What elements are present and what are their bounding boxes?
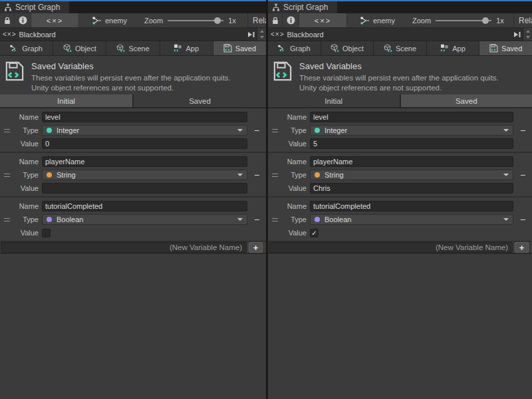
info-button[interactable] [283, 13, 299, 27]
relations-button[interactable]: Rela [513, 13, 532, 27]
graph-breadcrumb[interactable]: enemy [360, 17, 395, 25]
tab-initial[interactable]: Initial [268, 94, 401, 107]
variable-value-input[interactable] [310, 138, 513, 149]
script-graph-icon [272, 3, 280, 11]
tab-object[interactable]: Object [321, 41, 374, 55]
tab-scene[interactable]: Scene [374, 41, 427, 55]
drag-handle[interactable] [0, 174, 13, 177]
scroll-up-button[interactable] [257, 28, 266, 35]
blackboard-empty-area [268, 254, 532, 399]
variable-value-checkbox[interactable] [310, 229, 319, 237]
remove-variable-button[interactable]: − [247, 125, 266, 136]
value-state-tabs: Initial Saved [268, 94, 532, 108]
dock-button[interactable] [511, 28, 523, 41]
scroll-down-button[interactable] [257, 35, 266, 41]
tab-object[interactable]: Object [53, 41, 106, 55]
tab-app[interactable]: App [160, 41, 213, 55]
zoom-slider[interactable] [168, 20, 223, 21]
tab-saved[interactable]: Saved [479, 41, 532, 55]
tab-saved[interactable]: Saved [213, 41, 266, 55]
info-button[interactable] [15, 13, 31, 27]
graph-breadcrumb[interactable]: enemy [92, 17, 127, 25]
tab-label: Initial [325, 97, 342, 105]
remove-variable-button[interactable]: − [513, 170, 532, 180]
value-label: Value [13, 140, 39, 148]
type-label: Type [13, 126, 39, 134]
drag-handle[interactable] [268, 218, 281, 221]
name-row: Name [268, 111, 532, 123]
new-variable-name-input[interactable] [269, 242, 513, 253]
variable-name-input[interactable] [42, 201, 247, 211]
remove-variable-button[interactable]: − [513, 214, 532, 225]
tab-app[interactable]: App [427, 41, 480, 55]
name-label: Name [13, 202, 39, 210]
plus-icon: + [519, 243, 525, 253]
tab-initial[interactable]: Initial [0, 94, 134, 107]
scroll-down-button[interactable] [523, 35, 532, 41]
remove-variable-button[interactable]: − [513, 125, 532, 136]
type-dropdown[interactable]: Integer [42, 125, 247, 136]
new-variable-name-input[interactable] [1, 242, 247, 253]
zoom-slider-thumb[interactable] [482, 17, 489, 24]
drag-handle[interactable] [268, 129, 281, 132]
tab-label: Object [75, 45, 96, 53]
chevron-down-icon [503, 129, 509, 132]
relations-button[interactable]: Rela [247, 13, 266, 27]
drag-handle[interactable] [0, 218, 13, 221]
remove-variable-button[interactable]: − [247, 214, 266, 225]
variables-toggle-button[interactable]: <×> [31, 13, 79, 27]
variable-value-input[interactable] [42, 183, 247, 194]
lock-button[interactable] [268, 13, 283, 27]
saved-variables-icon [5, 61, 24, 92]
variable-name-input[interactable] [310, 156, 513, 167]
tab-saved-values[interactable]: Saved [401, 94, 532, 107]
tab-saved-values[interactable]: Saved [134, 94, 266, 107]
tab-label: Graph [290, 45, 311, 53]
variable-value-input[interactable] [310, 183, 513, 194]
script-graph-panel: Script Graph <×> enemy [0, 0, 266, 399]
tab-label: Object [342, 45, 364, 53]
tab-script-graph[interactable]: Script Graph [268, 1, 337, 13]
type-label: Type [281, 171, 307, 179]
type-value: Integer [57, 126, 79, 134]
type-dropdown[interactable]: String [42, 170, 247, 180]
dock-button[interactable] [245, 28, 257, 41]
add-variable-button[interactable]: + [249, 242, 263, 253]
zoom-slider-thumb[interactable] [214, 17, 221, 24]
type-dropdown[interactable]: Boolean [42, 214, 247, 225]
zoom-slider[interactable] [436, 20, 491, 21]
variable-value-checkbox[interactable] [42, 229, 51, 237]
drag-handle[interactable] [0, 129, 13, 132]
variable-card-tutorialcompleted: Name Type Boolean − Value [268, 198, 532, 242]
variable-name-input[interactable] [42, 112, 247, 122]
info-icon [287, 16, 295, 25]
lock-icon [4, 17, 11, 25]
variable-name-input[interactable] [42, 156, 247, 167]
drag-handle[interactable] [268, 174, 281, 177]
minus-icon: − [520, 170, 525, 180]
zoom-label: Zoom [412, 17, 431, 25]
variable-value-input[interactable] [42, 138, 247, 149]
scroll-up-button[interactable] [523, 28, 532, 35]
tab-graph[interactable]: Graph [0, 41, 53, 55]
dock-icon [513, 31, 521, 38]
tab-graph[interactable]: Graph [268, 41, 321, 55]
saved-tab-icon [223, 44, 232, 53]
add-variable-button[interactable]: + [515, 242, 529, 253]
variables-toggle-button[interactable]: <×> [299, 13, 347, 27]
tab-label: Saved [501, 45, 522, 53]
tab-label: Graph [22, 45, 43, 53]
variable-name-input[interactable] [310, 201, 513, 211]
tab-scene[interactable]: Scene [106, 41, 160, 55]
remove-variable-button[interactable]: − [247, 170, 266, 180]
info-description-line2: Unity object references are not supporte… [31, 83, 231, 93]
type-dropdown[interactable]: Integer [310, 125, 513, 136]
type-dropdown[interactable]: Boolean [310, 214, 513, 225]
lock-button[interactable] [0, 13, 15, 27]
tab-script-graph[interactable]: Script Graph [0, 1, 69, 13]
variable-card-tutorialcompleted: Name Type Boolean − Value [0, 198, 266, 242]
variable-name-input[interactable] [310, 112, 513, 122]
type-dropdown[interactable]: String [310, 170, 513, 180]
arrow-down-icon [526, 36, 530, 39]
type-label: Type [281, 126, 307, 134]
